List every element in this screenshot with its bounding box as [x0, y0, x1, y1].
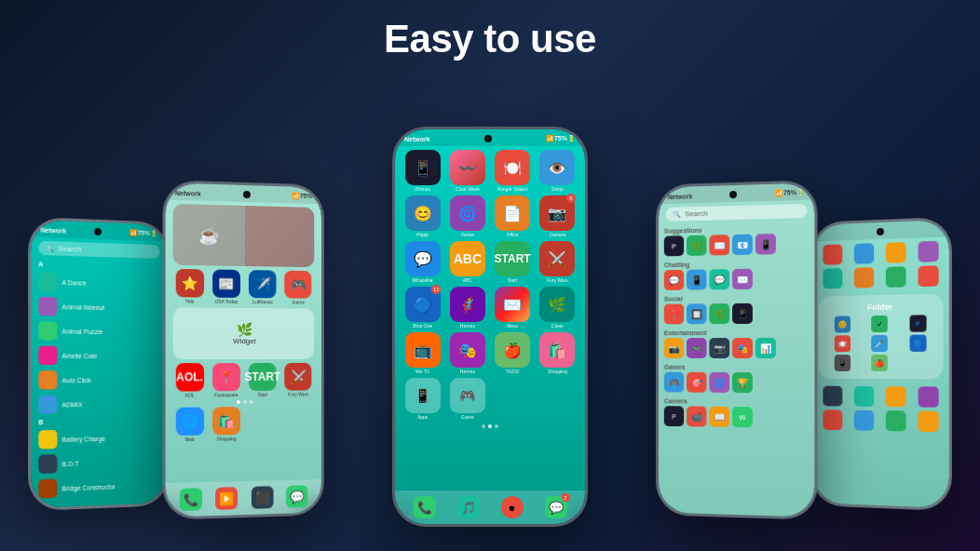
app-label-dance: A Dance — [61, 279, 86, 287]
folder-title: Folder — [825, 302, 935, 313]
top-app-4 — [919, 241, 939, 262]
phone3-network: Network — [404, 136, 430, 142]
games-icons: 🎮 🎯 🌀 🏆 — [664, 372, 810, 394]
phone3-app-grid-row1: 📱 iPrimus 〰️ Clear Wave 🍽️ Hunger Statio… — [395, 146, 585, 195]
suggestions-icons: P 🌿 ✉️ 📧 📱 — [664, 233, 810, 256]
app-vortex: 🌀 Vortex — [447, 195, 487, 237]
cat-icon-chat4: ✉️ — [732, 269, 753, 289]
app-icon-animal-puzzle — [38, 321, 57, 340]
cat-label-entertainment: Entertainment — [664, 329, 810, 337]
list-item: Animal hideout — [31, 294, 167, 320]
app-shopping: 🛍️ Shopping — [210, 407, 242, 442]
phone4-chatting: Chatting 💬 📱 💬 ✉️ — [659, 257, 814, 293]
app-icon-battery — [38, 430, 57, 450]
chatting-icons: 💬 📱 💬 ✉️ — [664, 268, 810, 290]
phone4-status-bar: Network 📶75%🔋 — [659, 182, 814, 204]
phone1-battery: 📶75%🔋 — [129, 229, 158, 237]
camera-icons: P 📹 📖 W — [664, 406, 810, 428]
app-clearwave: 〰️ Clear Wave — [447, 150, 487, 192]
cat-label-camera: Camera — [664, 397, 810, 406]
list-item: Animal Puzzle — [31, 318, 167, 343]
app-icon-admix — [38, 395, 57, 414]
cat-icon-social4: 📱 — [732, 303, 753, 324]
phone1-status-bar: Network 📶75%🔋 — [31, 220, 167, 242]
cat-icon-cam2: 📹 — [687, 406, 706, 426]
phone1-search-icon: 🔍 — [46, 245, 54, 252]
cat-icon-cam4: W — [732, 407, 753, 427]
cat-icon-cam1: P — [664, 406, 684, 426]
cat-icon-5: 📱 — [755, 234, 776, 255]
cat-icon-3: ✉️ — [709, 235, 729, 255]
app-label-bridge: Bridge Constructor — [61, 483, 115, 491]
app-furywars: ⚔️ Fury Wars — [282, 363, 314, 397]
app-shopping2: 🛍️ Shopping — [538, 332, 578, 374]
phone2-status-bar: Network 📶75% — [166, 182, 321, 204]
app-hunger: 🍽️ Hunger Station — [493, 150, 533, 192]
cat-icon-chat1: 💬 — [664, 270, 684, 290]
cat-icon-ent1: 📸 — [664, 338, 684, 358]
phone-1: Network 📶75%🔋 🔍 Search A A Dance Animal … — [28, 217, 170, 511]
phone2-app-row1: ⭐ Yelp 📰 USA Today ✈️ Lufthansa 🎮 Game — [166, 269, 321, 305]
app-game3: 🎮 Game — [447, 378, 487, 420]
phone1-network: Network — [40, 226, 66, 234]
bot2-app-2 — [854, 410, 874, 431]
phone4-entertainment: Entertainment 📸 🎮 📷 🎭 📊 — [659, 327, 814, 362]
dock3-camera: ● — [501, 496, 524, 518]
phone-3: Network 📶75%🔋 📱 iPrimus 〰️ Clear Wave 🍽️… — [392, 127, 588, 527]
phone4-search[interactable]: 🔍 Search — [666, 204, 808, 222]
folder-app-7: 📱 — [835, 355, 851, 371]
app-whatsline: 💬 Whatsline — [402, 241, 442, 283]
app-foursquare: 📍 Foursquare — [210, 363, 242, 397]
app-blueone: 🔵 11 Blue One — [402, 287, 442, 329]
phone1-section-a: A A Dance Animal hideout Animal Puzzle A… — [31, 259, 167, 417]
badge3: 2 — [562, 493, 570, 502]
folder-grid: 😊 ✓ P 🍽️ 🗡️ 🔵 📱 🍎 — [825, 315, 935, 371]
list-item: A Dance — [31, 269, 167, 296]
cat-icon-game3: 🌀 — [709, 372, 729, 393]
cat-icon-game2: 🎯 — [687, 372, 706, 393]
phone1-section-b: B Battery Charge B.O.T Bridge Constructo… — [31, 415, 167, 502]
dot-2 — [488, 424, 492, 428]
cat-label-games: Games — [664, 364, 810, 371]
app-icon-animal-hideout — [38, 297, 57, 316]
app-label-animal-puzzle: Animal Puzzle — [61, 328, 102, 334]
phone3-notch — [484, 135, 492, 142]
app-apps: 📱 Apps — [402, 378, 442, 420]
app-iprimus: 📱 iPrimus — [402, 150, 442, 192]
app-icon-dance — [38, 272, 57, 291]
phone5-mid-apps — [813, 265, 949, 293]
bot2-app-4 — [919, 411, 939, 433]
badge: 8 — [566, 194, 576, 203]
phone3-dots — [395, 422, 585, 431]
cat-icon-game4: 🏆 — [732, 372, 753, 393]
app-usatoday: 📰 USA Today — [210, 269, 242, 304]
app-yazio: 🍎 YAZIO — [493, 332, 533, 374]
app-heroes2: 🎭 Heroes — [447, 332, 487, 374]
dot-3 — [495, 424, 498, 428]
phone2-dock: 📞 ▶️ ⬛ 💬 — [166, 479, 321, 517]
app-aol: AOL. AOL — [173, 363, 207, 398]
phone4-search-icon: 🔍 — [673, 210, 681, 218]
app-ihapp: 😊 iHapp — [402, 195, 442, 237]
cat-label-social: Social — [664, 294, 810, 302]
phone4-games: Games 🎮 🎯 🌀 🏆 — [659, 361, 814, 396]
app-stoop: 👁️ Stoop — [538, 150, 578, 192]
phone2-widget: 🌿 Widget — [173, 307, 315, 359]
app-label-battery: Battery Charge — [61, 435, 104, 442]
cat-icon-2: 🌿 — [687, 235, 706, 256]
dot-2 — [243, 400, 247, 404]
dock-camera: ⬛ — [252, 486, 274, 509]
phone1-search[interactable]: 🔍 Search — [38, 241, 159, 259]
cat-label-chatting: Chatting — [664, 260, 810, 269]
cat-icon-social2: 🔲 — [687, 303, 706, 324]
list-item: Bridge Constructor — [31, 473, 167, 502]
app-lufthansa: ✈️ Lufthansa — [246, 270, 279, 304]
phone5-top-apps — [813, 236, 949, 269]
app-start: START Start — [246, 363, 279, 397]
phone3-app-grid-row6: 📱 Apps 🎮 Game — [395, 378, 585, 422]
cat-icon-4: 📧 — [732, 235, 753, 255]
app-game: 🎮 Game — [282, 271, 314, 305]
bot-app-3 — [886, 386, 906, 407]
folder-app-4: 🍽️ — [835, 335, 851, 352]
app-icon-amelie — [38, 346, 57, 365]
